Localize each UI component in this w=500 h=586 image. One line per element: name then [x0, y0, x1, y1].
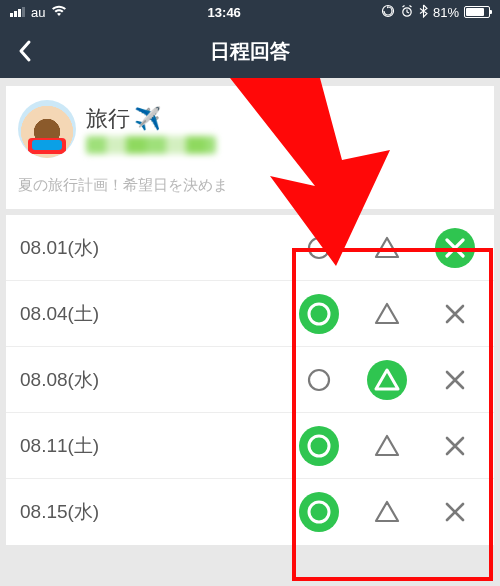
event-title-text: 旅行: [86, 104, 130, 134]
choice-maybe-button[interactable]: [367, 294, 407, 334]
clock: 13:46: [67, 5, 381, 20]
choice-no-button[interactable]: [435, 426, 475, 466]
choice-yes-button[interactable]: [299, 228, 339, 268]
svg-point-5: [309, 436, 329, 456]
choice-no-button[interactable]: [435, 360, 475, 400]
choice-no-button[interactable]: [435, 294, 475, 334]
date-row: 08.15(水): [6, 479, 494, 545]
wifi-icon: [51, 4, 67, 20]
choice-yes-button[interactable]: [299, 360, 339, 400]
signal-icon: [10, 7, 25, 17]
avatar: [18, 100, 76, 158]
carrier-label: au: [31, 5, 45, 20]
status-right: 81%: [381, 4, 490, 21]
choice-no-button[interactable]: [435, 228, 475, 268]
choice-group: [294, 228, 480, 268]
svg-point-2: [309, 238, 329, 258]
choice-yes-button[interactable]: [299, 426, 339, 466]
date-label: 08.08(水): [20, 367, 294, 393]
date-row: 08.11(土): [6, 413, 494, 479]
choice-no-button[interactable]: [435, 492, 475, 532]
date-label: 08.01(水): [20, 235, 294, 261]
choice-maybe-button[interactable]: [367, 492, 407, 532]
choice-yes-button[interactable]: [299, 294, 339, 334]
status-bar: au 13:46 81%: [0, 0, 500, 24]
choice-group: [294, 426, 480, 466]
date-label: 08.11(土): [20, 433, 294, 459]
battery-pct: 81%: [433, 5, 459, 20]
svg-point-3: [309, 304, 329, 324]
choice-group: [294, 360, 480, 400]
svg-point-4: [309, 370, 329, 390]
date-list: 08.01(水)08.04(土)08.08(水)08.11(土)08.15(水): [6, 215, 494, 545]
choice-yes-button[interactable]: [299, 492, 339, 532]
choice-group: [294, 492, 480, 532]
page-title: 日程回答: [0, 38, 500, 65]
redacted-organizer: [86, 136, 216, 154]
choice-group: [294, 294, 480, 334]
bluetooth-icon: [419, 4, 428, 21]
choice-maybe-button[interactable]: [367, 228, 407, 268]
date-label: 08.04(土): [20, 301, 294, 327]
status-left: au: [10, 4, 67, 20]
date-row: 08.04(土): [6, 281, 494, 347]
event-card: 旅行 ✈️ 夏の旅行計画！希望日を決めま: [6, 86, 494, 209]
date-row: 08.01(水): [6, 215, 494, 281]
date-row: 08.08(水): [6, 347, 494, 413]
battery-icon: [464, 6, 490, 18]
back-button[interactable]: [10, 36, 40, 66]
event-subtitle: 夏の旅行計画！希望日を決めま: [18, 176, 482, 195]
choice-maybe-button[interactable]: [367, 360, 407, 400]
orientation-lock-icon: [381, 4, 395, 21]
nav-bar: 日程回答: [0, 24, 500, 78]
choice-maybe-button[interactable]: [367, 426, 407, 466]
alarm-icon: [400, 4, 414, 21]
airplane-icon: ✈️: [134, 106, 161, 132]
date-label: 08.15(水): [20, 499, 294, 525]
event-title: 旅行 ✈️: [86, 104, 216, 134]
svg-point-6: [309, 502, 329, 522]
